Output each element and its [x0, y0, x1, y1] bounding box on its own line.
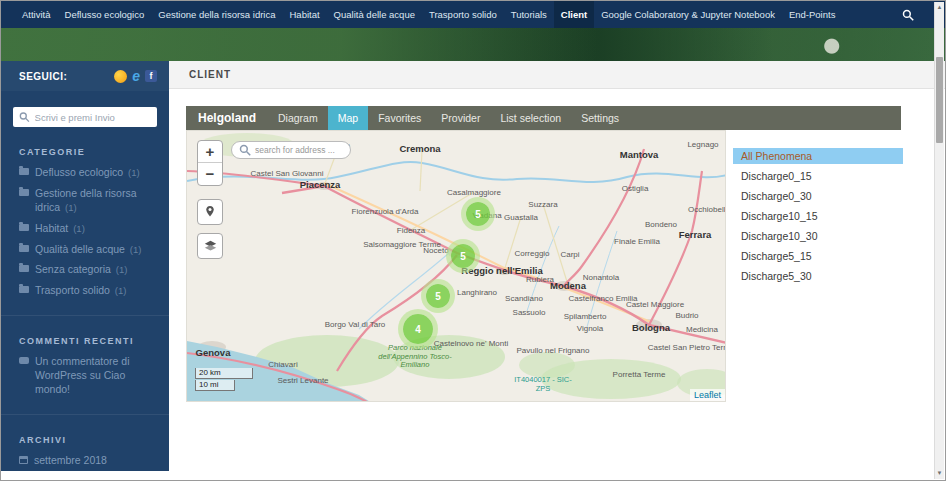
locate-button[interactable] — [197, 199, 223, 225]
archive-item[interactable]: settembre 2018 — [1, 450, 169, 470]
phenomenon-item[interactable]: Discharge5_15 — [733, 248, 903, 264]
vertical-scrollbar[interactable]: ▲ ▼ — [934, 2, 944, 479]
category-item[interactable]: Qualità delle acque (1) — [1, 239, 169, 260]
phenomenon-item-all[interactable]: All Phenomena — [733, 148, 903, 164]
map-scale: 20 km 10 mi — [195, 368, 253, 391]
social-icons: e f — [114, 70, 157, 83]
nav-item-gestione-risorsa-idrica[interactable]: Gestione della risorsa idrica — [151, 1, 282, 28]
facebook-icon[interactable]: f — [145, 70, 157, 82]
helgoland-panel: Helgoland Diagram Map Favorites Provider… — [186, 106, 901, 402]
nav-item-client[interactable]: Client — [554, 1, 594, 28]
folder-icon — [19, 245, 29, 252]
scroll-up-arrow[interactable]: ▲ — [935, 2, 944, 13]
recent-comments-heading: COMMENTI RECENTI — [19, 336, 169, 346]
nav-item-attivita[interactable]: Attività — [15, 1, 58, 28]
layers-button[interactable] — [197, 233, 223, 259]
station-cluster-marker[interactable]: 5 — [466, 202, 490, 226]
tab-settings[interactable]: Settings — [571, 106, 629, 130]
recent-comment-item[interactable]: Un commentatore di WordPress su Ciao mon… — [1, 351, 169, 400]
folder-icon — [19, 189, 29, 196]
phenomenon-item[interactable]: Discharge10_15 — [733, 208, 903, 224]
sidebar-search-box — [13, 107, 157, 127]
archives-heading: ARCHIVI — [19, 435, 169, 445]
panel-tabbar: Helgoland Diagram Map Favorites Provider… — [186, 106, 901, 130]
layers-icon — [204, 240, 217, 253]
zoom-out-button[interactable]: − — [198, 163, 222, 185]
map[interactable]: ColognoCremonaMantovaLegnagoCastel San G… — [186, 130, 726, 402]
tab-map[interactable]: Map — [328, 106, 368, 130]
page: Attività Deflusso ecologico Gestione del… — [0, 0, 946, 481]
sidebar: SEGUICI: e f CATEGORIE Deflusso ecologic… — [1, 61, 169, 471]
folder-icon — [19, 168, 29, 175]
scale-mi: 10 mi — [195, 380, 235, 391]
phenomenon-item[interactable]: Discharge0_15 — [733, 168, 903, 184]
ie-icon[interactable]: e — [132, 70, 140, 83]
comment-icon — [19, 357, 29, 364]
sidebar-search-input[interactable] — [35, 112, 151, 123]
follow-label: SEGUICI: — [19, 71, 67, 82]
phenomenon-item[interactable]: Discharge5_30 — [733, 268, 903, 284]
tab-diagram[interactable]: Diagram — [268, 106, 328, 130]
nav-item-colab-jupyter[interactable]: Google Colaboratory & Jupyter Notebook — [594, 1, 782, 28]
phenomena-list: All Phenomena Discharge0_15 Discharge0_3… — [733, 130, 903, 402]
phenomenon-item[interactable]: Discharge0_30 — [733, 188, 903, 204]
station-cluster-marker[interactable]: 4 — [403, 314, 433, 344]
page-title: CLIENT — [169, 61, 945, 89]
zoom-in-button[interactable]: + — [198, 141, 222, 163]
station-cluster-marker[interactable]: 5 — [426, 284, 450, 308]
folder-icon — [19, 286, 29, 293]
nav-item-trasporto-solido[interactable]: Trasporto solido — [422, 1, 504, 28]
categories-heading: CATEGORIE — [19, 147, 169, 157]
nav-item-deflusso-ecologico[interactable]: Deflusso ecologico — [58, 1, 152, 28]
search-icon[interactable] — [895, 1, 921, 28]
category-item[interactable]: Habitat (1) — [1, 218, 169, 239]
main-content: CLIENT Helgoland Diagram Map Favorites P… — [169, 61, 945, 481]
folder-icon — [19, 265, 29, 272]
zoom-control: + − — [197, 140, 223, 186]
wordpress-icon[interactable] — [114, 70, 127, 83]
divider — [1, 414, 169, 415]
tab-provider[interactable]: Provider — [431, 106, 490, 130]
calendar-icon — [19, 456, 28, 464]
top-nav: Attività Deflusso ecologico Gestione del… — [1, 1, 945, 28]
map-pin-icon — [204, 205, 216, 219]
scrollbar-thumb[interactable] — [936, 57, 943, 143]
tab-favorites[interactable]: Favorites — [368, 106, 431, 130]
category-item[interactable]: Trasporto solido (1) — [1, 280, 169, 301]
search-icon — [239, 144, 251, 156]
nav-item-qualita-acque[interactable]: Qualità delle acque — [327, 1, 422, 28]
hero-image — [1, 28, 945, 61]
tab-list-selection[interactable]: List selection — [490, 106, 571, 130]
phenomenon-item[interactable]: Discharge10_30 — [733, 228, 903, 244]
station-cluster-marker[interactable]: 5 — [451, 244, 475, 268]
divider — [1, 315, 169, 316]
panel-title: Helgoland — [186, 111, 268, 125]
category-item[interactable]: Senza categoria (1) — [1, 259, 169, 280]
folder-icon — [19, 224, 29, 231]
category-item[interactable]: Deflusso ecologico (1) — [1, 162, 169, 183]
map-address-search-input[interactable] — [255, 145, 343, 155]
scroll-down-arrow[interactable]: ▼ — [935, 468, 944, 479]
follow-bar: SEGUICI: e f — [1, 61, 169, 91]
category-item[interactable]: Gestione della risorsa idrica (1) — [1, 183, 169, 218]
nav-item-habitat[interactable]: Habitat — [283, 1, 327, 28]
nav-item-end-points[interactable]: End-Points — [782, 1, 842, 28]
nav-item-tutorials[interactable]: Tutorials — [504, 1, 554, 28]
scale-km: 20 km — [195, 368, 253, 379]
leaflet-attribution[interactable]: Leaflet — [690, 389, 725, 401]
map-search-box — [231, 141, 351, 159]
